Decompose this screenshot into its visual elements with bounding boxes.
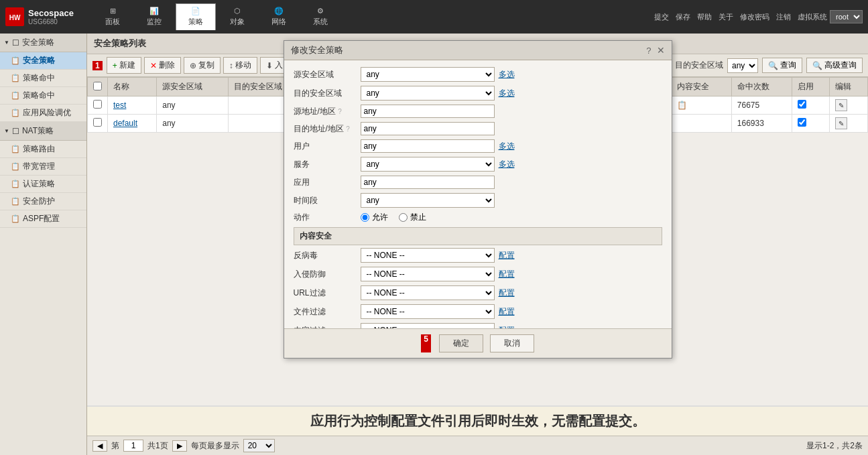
antivirus-config-link[interactable]: 配置	[499, 250, 515, 261]
collapse-icon-nat: ▼	[4, 128, 9, 134]
service-field-label: 服务	[294, 159, 361, 170]
service-multi-select[interactable]: 多选	[499, 159, 515, 170]
nav-object[interactable]: ⬡ 对象	[217, 3, 257, 30]
nav-network[interactable]: 🌐 网络	[259, 3, 299, 30]
auth-policy-icon: 📋	[11, 180, 20, 188]
sidebar-item-auth-policy[interactable]: 📋 认证策略	[0, 176, 86, 193]
dst-addr-help-icon[interactable]: ?	[346, 125, 350, 133]
prev-page-button[interactable]: ◀	[92, 440, 107, 452]
content-filter-label: 内容过滤	[294, 325, 361, 329]
action-row: 动作 允许 禁止	[294, 212, 662, 223]
save-link[interactable]: 保存	[676, 12, 690, 22]
sidebar-group-header-nat[interactable]: ▼ ☐ NAT策略	[0, 122, 86, 141]
src-zone-multi-select[interactable]: 多选	[499, 69, 515, 80]
dst-zone-field-select[interactable]: any	[361, 86, 495, 101]
time-field-select[interactable]: any	[361, 193, 495, 208]
virtual-sys-select[interactable]: root	[830, 10, 863, 23]
sidebar-item-policy-list[interactable]: 📋 安全策略	[0, 52, 86, 70]
row1-hits: 76675	[731, 96, 792, 115]
nav-policy[interactable]: 📄 策略	[176, 3, 216, 30]
row2-edit[interactable]: ✎	[830, 115, 868, 133]
action-allow-option[interactable]: 允许	[361, 212, 388, 223]
move-button[interactable]: ↕ 移动	[223, 57, 257, 74]
file-filter-config-link[interactable]: 配置	[499, 306, 515, 318]
per-page-select[interactable]: 20 50 100	[243, 439, 275, 452]
delete-icon: ✕	[150, 61, 157, 70]
app-field-input[interactable]	[361, 176, 495, 189]
dst-zone-select[interactable]: any	[727, 58, 758, 73]
sidebar-item-bandwidth[interactable]: 📋 带宽管理	[0, 158, 86, 176]
action-deny-option[interactable]: 禁止	[399, 212, 426, 223]
app-control	[361, 176, 662, 189]
virtual-sys: 虚拟系统 root	[798, 10, 863, 23]
src-addr-field-input[interactable]	[361, 105, 495, 118]
nav-panel[interactable]: ⊞ 面板	[92, 3, 133, 30]
dst-addr-field-input[interactable]	[361, 122, 495, 135]
user-control: 多选	[361, 139, 662, 153]
sidebar-item-policy-detail1[interactable]: 📋 策略命中	[0, 70, 86, 87]
row1-edit[interactable]: ✎	[830, 96, 868, 115]
row2-name[interactable]: default	[108, 115, 157, 133]
delete-button[interactable]: ✕ 删除	[144, 57, 181, 74]
policy-detail2-icon: 📋	[11, 91, 20, 100]
sidebar-item-security-defense[interactable]: 📋 安全防护	[0, 193, 86, 210]
dst-zone-row: 目的安全区域 any 多选	[294, 86, 662, 101]
sidebar-item-policy-route[interactable]: 📋 策略路由	[0, 141, 86, 158]
new-button[interactable]: + 新建	[107, 57, 141, 74]
src-addr-help-icon[interactable]: ?	[338, 108, 342, 115]
nav-monitor[interactable]: 📊 监控	[134, 3, 174, 30]
content-filter-control: -- NONE -- 配置	[361, 323, 662, 328]
nav-system[interactable]: ⚙ 系统	[300, 3, 340, 30]
sidebar-item-aspf[interactable]: 📋 ASPF配置	[0, 210, 86, 228]
copy-button[interactable]: ⊕ 复制	[184, 57, 221, 74]
url-filter-select[interactable]: -- NONE --	[361, 285, 495, 300]
app-row: 应用	[294, 176, 662, 189]
row1-enabled[interactable]	[792, 96, 830, 115]
user-field-input[interactable]	[361, 139, 495, 153]
sidebar-item-app-behavior[interactable]: 📋 应用风险调优	[0, 105, 86, 122]
help-link[interactable]: 帮助	[697, 12, 712, 22]
row1-edit-icon[interactable]: ✎	[835, 99, 847, 111]
sidebar-group-nat: ▼ ☐ NAT策略 📋 策略路由 📋 带宽管理 📋 认证策略 📋 安全防护	[0, 122, 86, 228]
confirm-button[interactable]: 确定	[439, 334, 483, 352]
submit-link[interactable]: 提交	[654, 12, 669, 22]
service-field-select[interactable]: any	[361, 157, 495, 172]
file-filter-select[interactable]: -- NONE --	[361, 304, 495, 319]
content-filter-select[interactable]: -- NONE --	[361, 323, 495, 328]
dst-addr-field-label: 目的地址/地区 ?	[294, 123, 361, 135]
sidebar-group-header-security[interactable]: ▼ ☐ 安全策略	[0, 34, 86, 52]
about-link[interactable]: 关于	[719, 12, 733, 22]
dialog-help-icon[interactable]: ?	[646, 46, 651, 56]
logout-link[interactable]: 注销	[776, 12, 791, 22]
content-security-section: 内容安全 反病毒 -- NONE -- 配置 入侵防御	[294, 227, 662, 328]
sidebar-item-policy-detail2[interactable]: 📋 策略命中	[0, 87, 86, 105]
url-filter-config-link[interactable]: 配置	[499, 287, 515, 299]
src-zone-field-select[interactable]: any	[361, 67, 495, 82]
change-password-link[interactable]: 修改密码	[740, 12, 769, 22]
query-button[interactable]: 🔍 查询	[762, 58, 802, 73]
antivirus-select[interactable]: -- NONE --	[361, 248, 495, 263]
dialog-close-icon[interactable]: ✕	[657, 45, 665, 56]
src-zone-field-label: 源安全区域	[294, 69, 361, 80]
advanced-query-button[interactable]: 🔍 高级查询	[806, 58, 863, 73]
select-all-checkbox[interactable]	[93, 82, 102, 90]
row1-checkbox[interactable]	[88, 96, 108, 115]
row2-edit-icon[interactable]: ✎	[835, 117, 847, 129]
object-icon: ⬡	[234, 7, 241, 15]
user-multi-select[interactable]: 多选	[499, 141, 515, 152]
next-page-button[interactable]: ▶	[172, 440, 187, 452]
app-behavior-icon: 📋	[11, 109, 20, 117]
cancel-button[interactable]: 取消	[490, 334, 534, 352]
ips-config-link[interactable]: 配置	[499, 269, 515, 280]
dst-zone-multi-select[interactable]: 多选	[499, 88, 515, 99]
row1-name[interactable]: test	[108, 96, 157, 115]
src-addr-control	[361, 105, 662, 118]
ips-select[interactable]: -- NONE --	[361, 267, 495, 281]
page-input[interactable]	[123, 440, 143, 452]
row2-enabled[interactable]	[792, 115, 830, 133]
page-label: 第	[111, 440, 119, 452]
src-addr-row: 源地址/地区 ?	[294, 105, 662, 118]
dialog-titlebar: 修改安全策略 ? ✕	[284, 41, 672, 60]
content-filter-config-link[interactable]: 配置	[499, 325, 515, 329]
row2-checkbox[interactable]	[88, 115, 108, 133]
